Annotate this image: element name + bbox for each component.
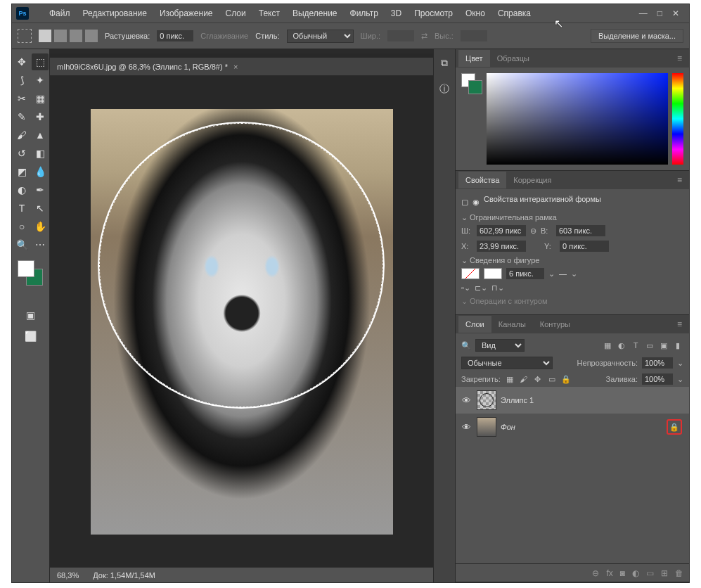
tab-close-icon[interactable]: ×: [233, 63, 238, 71]
layer-item-ellipse[interactable]: 👁 Эллипс 1: [456, 387, 689, 414]
caps-icon[interactable]: ⊏⌄: [475, 283, 487, 293]
filter-type-icon[interactable]: T: [630, 340, 641, 351]
color-mini-swatches[interactable]: [461, 73, 482, 165]
layer-mask-icon[interactable]: ◙: [620, 568, 625, 578]
hand-tool[interactable]: ✋: [32, 218, 49, 235]
tab-swatches[interactable]: Образцы: [490, 50, 536, 67]
magic-wand-tool[interactable]: ✦: [32, 72, 49, 89]
menu-window[interactable]: Окно: [459, 6, 491, 21]
foreground-color[interactable]: [18, 260, 34, 277]
menu-filter[interactable]: Фильтр: [344, 6, 385, 21]
visibility-icon[interactable]: 👁: [460, 422, 472, 433]
menu-help[interactable]: Справка: [491, 6, 537, 21]
menu-text[interactable]: Текст: [252, 6, 286, 21]
visibility-icon[interactable]: 👁: [460, 395, 472, 406]
doc-size[interactable]: Док: 1,54M/1,54M: [93, 571, 155, 580]
brush-tool[interactable]: 🖌: [13, 127, 30, 143]
opacity-value[interactable]: [642, 357, 673, 369]
move-tool[interactable]: ✥: [13, 53, 30, 70]
properties-panel-menu[interactable]: ≡: [673, 175, 686, 185]
eraser-tool[interactable]: ◧: [32, 145, 49, 162]
lock-icon[interactable]: 🔒: [667, 419, 682, 435]
link-layers-icon[interactable]: ⊖: [592, 568, 599, 578]
color-picker-field[interactable]: [487, 73, 668, 165]
align-icon[interactable]: ▫⌄: [461, 283, 470, 293]
feather-input[interactable]: [157, 30, 193, 41]
link-wh-icon[interactable]: ⊖: [530, 226, 536, 236]
selection-intersect-icon[interactable]: [85, 30, 98, 42]
select-and-mask-button[interactable]: Выделение и маска...: [591, 29, 683, 43]
maximize-button[interactable]: □: [657, 8, 662, 18]
layer-name[interactable]: Фон: [501, 423, 662, 431]
new-layer-icon[interactable]: ⊞: [661, 568, 668, 578]
fill-dropdown-icon[interactable]: ⌄: [677, 375, 683, 384]
stroke-dropdown-icon[interactable]: ⌄: [548, 269, 555, 279]
path-ops-section[interactable]: Операции с контуром: [461, 297, 683, 306]
gradient-tool[interactable]: ◩: [13, 163, 30, 180]
lock-paint-icon[interactable]: 🖌: [519, 375, 529, 383]
layer-item-background[interactable]: 👁 Фон 🔒: [456, 414, 689, 440]
filter-smart-icon[interactable]: ▣: [658, 340, 669, 351]
layer-fx-icon[interactable]: fx: [606, 568, 612, 578]
history-brush-tool[interactable]: ↺: [13, 145, 30, 162]
blend-mode[interactable]: Обычные: [461, 357, 553, 369]
menu-select[interactable]: Выделение: [286, 6, 344, 21]
height-value[interactable]: [556, 225, 605, 236]
filter-kind[interactable]: Вид: [475, 339, 525, 352]
lasso-tool[interactable]: ⟆: [13, 72, 30, 89]
stamp-tool[interactable]: ▲: [32, 127, 49, 143]
info-panel-icon[interactable]: ⓘ: [438, 83, 451, 96]
screen-mode-icon[interactable]: ⬜: [22, 328, 39, 345]
shape-section[interactable]: Сведения о фигуре: [461, 256, 683, 265]
marquee-tool[interactable]: ⬚: [32, 53, 49, 70]
stroke-width[interactable]: [506, 268, 544, 279]
adjustment-layer-icon[interactable]: ◐: [632, 568, 639, 578]
ellipse-tool[interactable]: ○: [13, 218, 30, 235]
layer-thumbnail[interactable]: [477, 390, 496, 410]
menu-file[interactable]: Файл: [43, 6, 77, 21]
canvas[interactable]: [91, 109, 393, 535]
healing-tool[interactable]: ✚: [32, 108, 49, 125]
lock-all-icon[interactable]: 🔒: [561, 375, 571, 384]
menu-3d[interactable]: 3D: [385, 6, 408, 21]
tab-layers[interactable]: Слои: [458, 316, 491, 333]
quick-mask-icon[interactable]: ▣: [22, 307, 39, 324]
y-value[interactable]: [560, 241, 609, 252]
menu-image[interactable]: Изображение: [153, 6, 219, 21]
zoom-level[interactable]: 68,3%: [57, 571, 79, 580]
pen-tool[interactable]: ✒: [32, 181, 49, 198]
document-tab[interactable]: mIh09iC8x6U.jpg @ 68,3% (Эллипс 1, RGB/8…: [50, 58, 433, 76]
stroke-style-dropdown-icon[interactable]: ⌄: [571, 269, 577, 279]
color-swatches[interactable]: [18, 260, 43, 286]
tab-adjustments[interactable]: Коррекция: [506, 172, 558, 188]
frame-tool[interactable]: ▦: [32, 90, 49, 107]
crop-tool[interactable]: ✂: [13, 90, 30, 107]
selection-subtract-icon[interactable]: [70, 30, 82, 42]
filter-shape-icon[interactable]: ▭: [644, 340, 655, 351]
fill-value[interactable]: [642, 373, 673, 385]
bbox-section[interactable]: Ограничительная рамка: [461, 213, 683, 222]
fill-swatch[interactable]: [461, 268, 480, 279]
style-select[interactable]: Обычный: [287, 30, 354, 43]
menu-edit[interactable]: Редактирование: [77, 6, 153, 21]
filter-pixel-icon[interactable]: ▦: [602, 340, 613, 351]
history-panel-icon[interactable]: ⧉: [438, 56, 451, 69]
lock-pixels-icon[interactable]: ▦: [505, 375, 515, 384]
hue-slider[interactable]: [672, 73, 683, 165]
type-tool[interactable]: T: [13, 200, 30, 217]
eyedropper-tool[interactable]: ✎: [13, 108, 30, 125]
marquee-tool-icon[interactable]: [18, 29, 32, 43]
lock-artboard-icon[interactable]: ▭: [547, 375, 557, 384]
tab-channels[interactable]: Каналы: [491, 316, 533, 333]
dodge-tool[interactable]: ◐: [13, 181, 30, 198]
canvas-viewport[interactable]: [50, 76, 433, 567]
selection-new-icon[interactable]: [39, 30, 51, 42]
menu-view[interactable]: Просмотр: [408, 6, 459, 21]
tab-color[interactable]: Цвет: [458, 50, 490, 67]
stroke-swatch[interactable]: [484, 268, 502, 279]
corners-icon[interactable]: ⊓⌄: [491, 283, 504, 293]
bg-swatch[interactable]: [468, 80, 482, 94]
color-panel-menu[interactable]: ≡: [673, 53, 686, 63]
filter-toggle-icon[interactable]: ▮: [672, 340, 683, 351]
edit-toolbar[interactable]: ⋯: [32, 236, 49, 253]
